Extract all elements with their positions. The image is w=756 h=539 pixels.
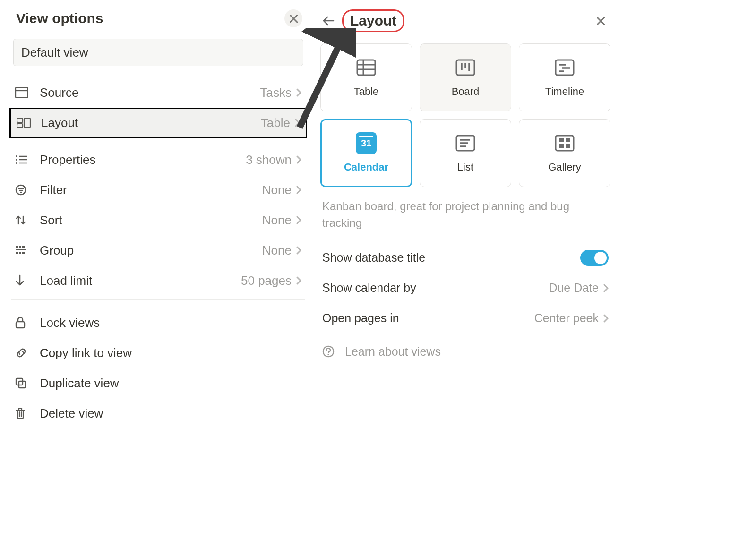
show-calendar-by-value: Due Date bbox=[549, 281, 599, 295]
trash-icon bbox=[15, 407, 32, 419]
layout-option-list-label: List bbox=[457, 161, 473, 173]
show-db-title-toggle[interactable] bbox=[580, 250, 609, 266]
properties-value: 3 shown bbox=[246, 153, 292, 167]
database-icon bbox=[15, 87, 32, 98]
svg-point-47 bbox=[328, 354, 329, 355]
close-button[interactable] bbox=[284, 9, 302, 27]
open-pages-in-row[interactable]: Open pages in Center peek bbox=[317, 303, 614, 334]
group-row[interactable]: Group None bbox=[9, 235, 307, 265]
list-view-icon bbox=[455, 133, 476, 154]
lock-icon bbox=[15, 317, 32, 329]
back-button[interactable] bbox=[321, 14, 335, 28]
layout-panel: Layout Table Board Timeline bbox=[317, 4, 614, 359]
filter-label: Filter bbox=[40, 183, 67, 197]
svg-rect-20 bbox=[19, 252, 21, 254]
delete-view-label: Delete view bbox=[40, 406, 103, 421]
close-icon bbox=[597, 17, 605, 25]
properties-row[interactable]: Properties 3 shown bbox=[9, 145, 307, 175]
svg-rect-15 bbox=[16, 246, 18, 248]
source-label: Source bbox=[40, 86, 78, 100]
view-options-title: View options bbox=[14, 10, 284, 26]
sort-icon bbox=[15, 214, 32, 226]
layout-option-table-label: Table bbox=[354, 86, 379, 98]
layout-value: Table bbox=[261, 116, 290, 130]
svg-rect-3 bbox=[17, 124, 23, 128]
svg-rect-0 bbox=[16, 87, 28, 98]
properties-label: Properties bbox=[40, 153, 96, 167]
layout-option-calendar-label: Calendar bbox=[344, 161, 388, 173]
layout-option-gallery-label: Gallery bbox=[548, 161, 581, 173]
delete-view-row[interactable]: Delete view bbox=[9, 398, 307, 428]
sort-row[interactable]: Sort None bbox=[9, 205, 307, 235]
layout-option-gallery[interactable]: Gallery bbox=[519, 119, 610, 187]
table-icon bbox=[356, 57, 377, 78]
svg-rect-2 bbox=[17, 118, 23, 122]
layout-label: Layout bbox=[41, 116, 78, 130]
link-icon bbox=[15, 347, 32, 359]
group-label: Group bbox=[40, 243, 74, 258]
layout-option-table[interactable]: Table bbox=[320, 43, 412, 111]
svg-point-5 bbox=[16, 155, 17, 157]
layout-row[interactable]: Layout Table bbox=[9, 108, 307, 138]
load-limit-value: 50 pages bbox=[241, 274, 292, 288]
duplicate-view-label: Duplicate view bbox=[40, 376, 119, 391]
copy-link-label: Copy link to view bbox=[40, 346, 132, 360]
load-limit-label: Load limit bbox=[40, 274, 92, 288]
duplicate-icon bbox=[15, 377, 32, 389]
svg-rect-45 bbox=[566, 144, 570, 148]
timeline-icon bbox=[554, 57, 575, 78]
chevron-right-icon bbox=[295, 119, 300, 127]
chevron-right-icon bbox=[603, 284, 609, 292]
svg-rect-4 bbox=[24, 118, 30, 128]
layout-panel-title: Layout bbox=[342, 9, 404, 32]
svg-rect-17 bbox=[22, 246, 25, 248]
divider bbox=[11, 299, 305, 300]
sort-value: None bbox=[262, 213, 292, 228]
svg-rect-44 bbox=[559, 144, 564, 148]
layout-option-list[interactable]: List bbox=[420, 119, 511, 187]
view-name-input[interactable] bbox=[13, 39, 303, 66]
filter-row[interactable]: Filter None bbox=[9, 175, 307, 205]
svg-rect-22 bbox=[16, 322, 25, 328]
show-db-title-row[interactable]: Show database title bbox=[317, 243, 614, 273]
layout-option-board-label: Board bbox=[452, 86, 480, 98]
chevron-right-icon bbox=[296, 276, 301, 285]
lock-views-label: Lock views bbox=[40, 316, 100, 330]
arrow-left-icon bbox=[322, 16, 335, 26]
duplicate-view-row[interactable]: Duplicate view bbox=[9, 368, 307, 398]
lock-views-row[interactable]: Lock views bbox=[9, 308, 307, 338]
layout-option-calendar[interactable]: 31 Calendar bbox=[320, 119, 412, 187]
svg-point-9 bbox=[16, 162, 17, 164]
copy-link-row[interactable]: Copy link to view bbox=[9, 338, 307, 368]
source-value: Tasks bbox=[260, 86, 292, 100]
svg-rect-16 bbox=[19, 246, 21, 248]
svg-rect-19 bbox=[16, 252, 18, 254]
source-row[interactable]: Source Tasks bbox=[9, 77, 307, 108]
learn-about-views-label: Learn about views bbox=[345, 345, 441, 359]
open-pages-in-label: Open pages in bbox=[322, 311, 399, 325]
show-calendar-by-label: Show calendar by bbox=[322, 281, 416, 295]
svg-rect-41 bbox=[556, 136, 574, 151]
learn-about-views-link[interactable]: Learn about views bbox=[317, 334, 614, 359]
filter-value: None bbox=[262, 183, 292, 197]
sort-label: Sort bbox=[40, 213, 62, 228]
layout-icon bbox=[17, 118, 34, 128]
chevron-right-icon bbox=[296, 186, 301, 194]
svg-rect-25 bbox=[357, 60, 375, 75]
svg-rect-21 bbox=[22, 252, 25, 254]
gallery-icon bbox=[554, 133, 575, 154]
layout-option-timeline-label: Timeline bbox=[545, 86, 584, 98]
filter-icon bbox=[15, 184, 32, 196]
close-button[interactable] bbox=[592, 12, 610, 30]
help-icon bbox=[322, 345, 335, 358]
open-pages-in-value: Center peek bbox=[534, 311, 599, 325]
load-limit-row[interactable]: Load limit 50 pages bbox=[9, 265, 307, 296]
show-calendar-by-row[interactable]: Show calendar by Due Date bbox=[317, 273, 614, 303]
show-db-title-label: Show database title bbox=[322, 251, 425, 265]
layout-description: Kanban board, great for project planning… bbox=[317, 198, 614, 243]
chevron-right-icon bbox=[296, 88, 301, 97]
layout-option-timeline[interactable]: Timeline bbox=[519, 43, 610, 111]
group-value: None bbox=[262, 243, 292, 258]
chevron-right-icon bbox=[296, 216, 301, 224]
layout-option-board[interactable]: Board bbox=[420, 43, 511, 111]
